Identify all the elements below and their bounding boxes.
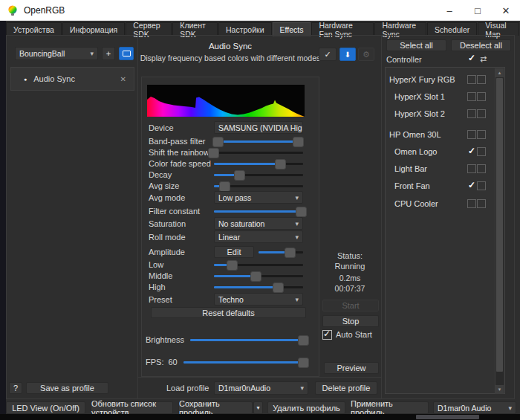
tab-scheduler[interactable]: Scheduler [427, 22, 477, 36]
slider-fill [214, 163, 282, 165]
device-row[interactable]: CPU Cooler [386, 196, 495, 211]
effect-tabs-toggle-button[interactable] [119, 47, 134, 60]
profile-select-dropdown[interactable]: D1mar0n Audio ▾ [433, 401, 516, 414]
device-enable-checkbox[interactable] [467, 147, 476, 156]
amplitude-slider[interactable] [259, 246, 303, 258]
device-enable-checkbox[interactable] [467, 164, 476, 173]
device-enable-checkbox[interactable] [467, 75, 476, 84]
add-effect-button[interactable]: + [102, 47, 115, 60]
saturation-dropdown[interactable]: No saturation ▾ [214, 217, 303, 230]
device-enable-checkbox[interactable] [467, 181, 476, 190]
apply-profile-button[interactable]: Применить профиль [350, 401, 429, 414]
scroll-up-icon[interactable]: ▲ [495, 68, 504, 77]
device-name: HyperX Slot 2 [394, 109, 445, 118]
filter-constant-slider[interactable] [214, 205, 303, 217]
effect-title: Audio Sync [141, 42, 319, 51]
load-profile-dropdown[interactable]: D1mar0nAudio ▾ [214, 381, 308, 395]
avg-size-slider[interactable] [214, 180, 303, 192]
device-row[interactable]: HyperX Fury RGB [386, 72, 495, 87]
tab-hardware-fan-sync[interactable]: Hardware Fan Sync [311, 22, 374, 36]
effect-select-dropdown[interactable]: BouncingBall ▾ [15, 47, 98, 60]
amplitude-edit-button[interactable]: Edit [214, 246, 254, 258]
brightness-slider[interactable] [190, 334, 308, 346]
device-enable-checkbox[interactable] [467, 130, 476, 139]
device-enable-checkbox[interactable] [467, 109, 476, 118]
stop-button[interactable]: Stop [322, 315, 379, 327]
device-name: Omen Logo [394, 147, 437, 156]
sync-selection-button[interactable]: ⬇ [339, 48, 356, 61]
scroll-down-icon[interactable]: ▼ [495, 385, 504, 394]
sidebar-item-audio-sync[interactable]: ● Audio Sync ✕ [10, 67, 134, 91]
device-row[interactable]: Omen Logo [386, 144, 495, 159]
tab-server-sdk[interactable]: Сервер SDK [126, 22, 172, 36]
device-row[interactable]: HyperX Slot 1 [386, 89, 495, 104]
slider-handle[interactable] [296, 207, 307, 217]
device-sync-checkbox[interactable] [477, 75, 486, 84]
tab-information[interactable]: Информация [62, 22, 125, 36]
delete-profile-toolbar-button[interactable]: Удалить профиль [267, 401, 345, 414]
led-view-button[interactable]: LED View (On/Off) [6, 401, 85, 414]
tab-visual-map[interactable]: Visual Map [478, 22, 519, 36]
scrollbar-thumb[interactable] [496, 78, 503, 372]
help-button[interactable]: ? [9, 382, 22, 394]
divider [381, 35, 382, 399]
avg-mode-dropdown[interactable]: Low pass ▾ [214, 191, 303, 204]
main-tabbar: Устройства Информация Сервер SDK Клиент … [6, 22, 520, 36]
amplitude-label: Amplitude [149, 248, 214, 256]
device-row[interactable]: HyperX Slot 2 [386, 106, 495, 121]
refresh-devices-button[interactable]: Обновить список устройств [91, 401, 173, 414]
tab-hardware-sync[interactable]: Hardware Sync [374, 22, 426, 36]
roll-mode-dropdown[interactable]: Linear ▾ [214, 230, 303, 243]
tab-devices[interactable]: Устройства [6, 22, 62, 36]
high-label: High [149, 282, 214, 291]
minimize-button[interactable]: – [435, 0, 464, 21]
device-row[interactable]: Light Bar [386, 161, 495, 176]
save-profile-button[interactable]: Сохранить профиль [178, 401, 253, 414]
auto-start-checkbox[interactable] [322, 330, 332, 340]
device-enable-checkbox[interactable] [467, 92, 476, 101]
device-name: Front Fan [394, 181, 430, 190]
slider-handle[interactable] [219, 181, 230, 192]
device-row[interactable]: HP Omen 30L [386, 127, 495, 142]
device-sync-checkbox[interactable] [477, 199, 486, 208]
device-sync-checkbox[interactable] [477, 130, 486, 139]
effect-settings-button[interactable]: ⚙ [358, 48, 374, 61]
device-list-scrollbar[interactable]: ▲ ▼ [495, 68, 504, 394]
maximize-button[interactable]: □ [464, 0, 492, 21]
start-button[interactable]: Start [322, 300, 379, 311]
close-icon[interactable]: ✕ [120, 75, 126, 83]
device-row[interactable]: Front Fan [386, 178, 495, 193]
chevron-down-icon: ▾ [508, 404, 512, 412]
preview-button[interactable]: Preview [324, 362, 379, 374]
slider-track[interactable] [214, 152, 303, 154]
tab-settings[interactable]: Настройки [218, 22, 272, 36]
fps-slider[interactable] [183, 356, 308, 368]
device-sync-checkbox[interactable] [477, 164, 486, 173]
deselect-all-button[interactable]: Deselect all [451, 39, 511, 51]
avg-mode-label: Avg mode [149, 193, 214, 202]
slider-handle[interactable] [273, 282, 284, 293]
device-sync-checkbox[interactable] [477, 181, 486, 190]
save-profile-split-button[interactable]: ▾ [253, 401, 263, 414]
delete-profile-button[interactable]: Delete profile [315, 381, 377, 395]
device-dropdown[interactable]: SAMSUNG (NVIDIA High Defini ▾ [214, 121, 303, 134]
high-slider[interactable] [214, 281, 303, 293]
device-sync-checkbox[interactable] [477, 147, 486, 156]
slider-handle[interactable] [298, 335, 309, 346]
auto-start-row[interactable]: Auto Start [322, 329, 380, 340]
tab-client-sdk[interactable]: Клиент SDK [172, 22, 218, 36]
slider-fill [214, 210, 302, 213]
apply-check-button[interactable]: ✓ [319, 48, 337, 61]
device-enable-checkbox[interactable] [467, 199, 476, 208]
save-as-profile-button[interactable]: Save as profile [26, 382, 108, 394]
slider-handle[interactable] [285, 248, 296, 258]
close-button[interactable]: ✕ [492, 0, 520, 21]
device-sync-checkbox[interactable] [477, 109, 486, 118]
select-all-button[interactable]: Select all [386, 39, 446, 51]
slider-handle[interactable] [298, 358, 309, 368]
preset-dropdown[interactable]: Techno ▾ [214, 293, 303, 306]
openrgb-window: OpenRGB – □ ✕ Устройства Информация Серв… [0, 0, 520, 420]
device-sync-checkbox[interactable] [477, 92, 486, 101]
saturation-label: Saturation [149, 219, 214, 228]
reset-defaults-button[interactable]: Reset defaults [151, 307, 306, 318]
